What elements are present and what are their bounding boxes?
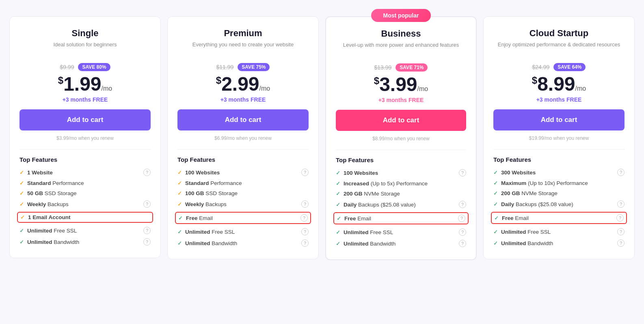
- plan-subtitle-cloud: Enjoy optimized performance & dedicated …: [493, 41, 625, 56]
- feature-text-cloud-3: Daily Backups ($25.08 value): [501, 201, 573, 207]
- renew-text-business: $8.99/mo when you renew: [336, 136, 466, 141]
- info-icon-premium-0[interactable]: ?: [301, 169, 309, 176]
- free-months-single: +3 months FREE: [19, 96, 151, 103]
- plan-subtitle-single: Ideal solution for beginners: [19, 41, 151, 56]
- plan-card-cloud: Cloud Startup Enjoy optimized performanc…: [483, 16, 635, 259]
- renew-text-cloud: $19.99/mo when you renew: [493, 135, 625, 141]
- add-to-cart-single[interactable]: Add to cart: [19, 109, 151, 130]
- check-icon-single-5: ✓: [19, 228, 24, 234]
- plan-title-premium: Premium: [177, 28, 309, 39]
- feature-text-single-3: Weekly Backups: [27, 201, 69, 207]
- check-icon-single-6: ✓: [19, 239, 24, 245]
- original-price-business: $13.99: [374, 64, 392, 71]
- info-icon-cloud-5[interactable]: ?: [617, 228, 625, 235]
- divider-business: [336, 150, 466, 150]
- price-row-cloud: $24.99 SAVE 64%: [493, 63, 625, 71]
- info-icon-premium-4[interactable]: ?: [300, 214, 308, 222]
- info-icon-premium-5[interactable]: ?: [301, 228, 309, 235]
- plan-card-business: Most popular Business Level-up with more…: [325, 16, 477, 260]
- check-icon-single-1: ✓: [19, 180, 24, 186]
- add-to-cart-premium[interactable]: Add to cart: [177, 109, 309, 130]
- price-row-premium: $11.99 SAVE 75%: [177, 63, 309, 71]
- feature-text-premium-3: Weekly Backups: [185, 201, 227, 207]
- feature-item-single-3: ✓ Weekly Backups ?: [19, 200, 151, 208]
- free-months-cloud: +3 months FREE: [493, 96, 625, 103]
- info-icon-business-6[interactable]: ?: [459, 240, 466, 247]
- feature-item-cloud-2: ✓ 200 GB NVMe Storage: [493, 190, 625, 196]
- feature-text-business-0: 100 Websites: [344, 170, 378, 176]
- current-price-premium: $2.99/mo: [177, 74, 309, 94]
- renew-text-premium: $6.99/mo when you renew: [177, 135, 309, 141]
- feature-text-premium-6: Unlimited Bandwidth: [185, 240, 237, 246]
- info-icon-single-3[interactable]: ?: [143, 200, 151, 208]
- save-badge-premium: SAVE 75%: [238, 63, 270, 71]
- info-icon-business-4[interactable]: ?: [458, 215, 465, 222]
- info-icon-business-3[interactable]: ?: [459, 201, 466, 208]
- info-icon-single-5[interactable]: ?: [143, 227, 151, 234]
- feature-item-premium-4: ✓ Free Email ?: [175, 212, 311, 224]
- check-icon-business-1: ✓: [336, 180, 340, 187]
- check-icon-business-6: ✓: [336, 241, 340, 247]
- feature-text-business-1: Increased (Up to 5x) Performance: [344, 180, 428, 187]
- add-to-cart-business[interactable]: Add to cart: [336, 110, 466, 131]
- feature-text-business-2: 200 GB NVMe Storage: [344, 191, 400, 197]
- price-row-business: $13.99 SAVE 71%: [336, 63, 466, 72]
- feature-item-cloud-5: ✓ Unlimited Free SSL ?: [493, 228, 625, 235]
- info-icon-single-6[interactable]: ?: [143, 238, 151, 246]
- check-icon-cloud-6: ✓: [493, 240, 498, 246]
- price-row-single: $9.99 SAVE 80%: [19, 63, 151, 71]
- feature-item-business-4: ✓ Free Email ?: [333, 212, 469, 224]
- check-icon-business-2: ✓: [336, 191, 340, 197]
- check-icon-cloud-1: ✓: [493, 180, 498, 186]
- feature-item-premium-1: ✓ Standard Performance: [177, 180, 309, 186]
- feature-text-business-5: Unlimited Free SSL: [344, 229, 393, 235]
- info-icon-premium-6[interactable]: ?: [301, 239, 309, 247]
- feature-item-business-1: ✓ Increased (Up to 5x) Performance: [336, 180, 466, 187]
- features-title-cloud: Top Features: [493, 156, 625, 163]
- info-icon-cloud-4[interactable]: ?: [616, 214, 624, 222]
- feature-item-single-4: ✓ 1 Email Account: [17, 212, 153, 223]
- divider-premium: [177, 149, 309, 150]
- feature-text-single-4: 1 Email Account: [28, 214, 71, 220]
- popular-badge: Most popular: [371, 9, 431, 22]
- info-icon-premium-3[interactable]: ?: [301, 200, 309, 208]
- feature-text-single-2: 50 GB SSD Storage: [27, 190, 77, 196]
- plan-title-single: Single: [19, 28, 151, 39]
- check-icon-premium-3: ✓: [177, 201, 182, 207]
- feature-text-premium-0: 100 Websites: [185, 170, 220, 176]
- feature-item-single-5: ✓ Unlimited Free SSL ?: [19, 227, 151, 234]
- info-icon-cloud-3[interactable]: ?: [617, 200, 625, 208]
- save-badge-cloud: SAVE 64%: [553, 63, 586, 71]
- check-icon-cloud-5: ✓: [493, 229, 498, 235]
- original-price-single: $9.99: [60, 64, 74, 70]
- divider-single: [19, 149, 151, 150]
- add-to-cart-cloud[interactable]: Add to cart: [493, 109, 625, 130]
- save-badge-single: SAVE 80%: [78, 63, 110, 71]
- info-icon-cloud-6[interactable]: ?: [617, 239, 625, 247]
- feature-text-cloud-0: 300 Websites: [501, 170, 536, 176]
- info-icon-cloud-0[interactable]: ?: [617, 169, 625, 176]
- check-icon-premium-0: ✓: [177, 170, 182, 176]
- feature-text-single-6: Unlimited Bandwidth: [27, 239, 79, 245]
- feature-text-premium-1: Standard Performance: [185, 180, 242, 186]
- feature-item-cloud-0: ✓ 300 Websites ?: [493, 169, 625, 176]
- check-icon-cloud-2: ✓: [493, 190, 498, 196]
- feature-item-single-0: ✓ 1 Website ?: [19, 169, 151, 176]
- info-icon-business-0[interactable]: ?: [459, 169, 466, 176]
- renew-text-single: $3.99/mo when you renew: [19, 135, 151, 141]
- check-icon-premium-2: ✓: [177, 190, 182, 196]
- check-icon-business-5: ✓: [336, 229, 340, 235]
- check-icon-business-0: ✓: [336, 170, 340, 176]
- check-icon-cloud-3: ✓: [493, 201, 498, 207]
- feature-text-business-3: Daily Backups ($25.08 value): [344, 202, 416, 208]
- check-icon-single-3: ✓: [19, 201, 24, 207]
- feature-text-cloud-1: Maximum (Up to 10x) Performance: [501, 180, 588, 186]
- divider-cloud: [493, 149, 625, 150]
- info-icon-single-0[interactable]: ?: [143, 169, 151, 176]
- feature-item-premium-0: ✓ 100 Websites ?: [177, 169, 309, 176]
- info-icon-business-5[interactable]: ?: [459, 228, 466, 236]
- feature-text-cloud-5: Unlimited Free SSL: [501, 229, 551, 235]
- feature-item-business-5: ✓ Unlimited Free SSL ?: [336, 228, 466, 236]
- check-icon-single-2: ✓: [19, 190, 24, 196]
- feature-text-single-1: Standard Performance: [27, 180, 84, 186]
